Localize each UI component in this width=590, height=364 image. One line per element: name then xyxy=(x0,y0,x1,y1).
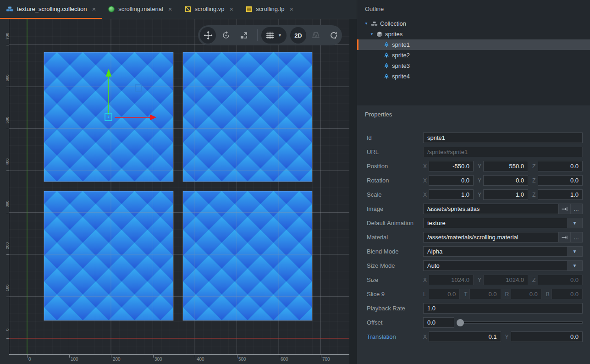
collection-file-icon xyxy=(6,6,14,13)
outline-item-sprite2[interactable]: sprite2 xyxy=(357,50,590,61)
outline-item-sprite1[interactable]: sprite1 xyxy=(357,39,590,50)
sprite4-render[interactable] xyxy=(183,191,312,320)
right-panel: Outline ▼ Collection ▼ xyxy=(357,0,590,364)
tab-label: scrolling.vp xyxy=(195,6,225,12)
ruler-label: 200 xyxy=(5,239,10,253)
scale-y-input[interactable] xyxy=(483,189,528,200)
dropdown-arrow-icon[interactable]: ▼ xyxy=(567,247,582,256)
outline-item-sprite3[interactable]: sprite3 xyxy=(357,61,590,71)
refresh-button[interactable] xyxy=(326,27,342,44)
default-animation-dropdown[interactable]: texture ▼ xyxy=(423,218,583,228)
dropdown-arrow-icon[interactable]: ▼ xyxy=(567,218,582,228)
property-row-offset: Offset xyxy=(357,315,590,330)
expand-arrow-icon[interactable]: ▼ xyxy=(369,32,374,36)
close-icon[interactable]: × xyxy=(92,6,96,12)
position-y-input[interactable] xyxy=(483,161,528,171)
viewport-toolbar: ▼ 2D xyxy=(198,25,342,45)
slider-handle[interactable] xyxy=(457,319,464,326)
ruler-label: 300 xyxy=(154,357,162,362)
property-row-id: Id xyxy=(357,131,590,145)
position-x-input[interactable] xyxy=(429,161,474,171)
rotation-z-input[interactable] xyxy=(538,175,583,186)
scene-viewport[interactable]: 700 600 500 400 300 200 100 0 0 100 200 … xyxy=(0,19,349,364)
size-mode-dropdown[interactable]: Auto ▼ xyxy=(423,260,583,271)
playback-rate-input[interactable] xyxy=(423,303,583,314)
outline-item-sprites[interactable]: ▼ sprites xyxy=(357,29,590,39)
property-row-size-mode: Size Mode Auto ▼ xyxy=(357,259,590,273)
material-resource-value[interactable]: /assets/materials/scrolling.material xyxy=(424,232,558,242)
slice9-l-input xyxy=(429,289,460,299)
open-resource-button[interactable] xyxy=(558,232,570,242)
outline-panel: Outline ▼ Collection ▼ xyxy=(357,0,590,105)
offset-input[interactable] xyxy=(423,317,454,328)
slice9-t-input xyxy=(469,289,501,299)
sprite3-render[interactable] xyxy=(44,191,173,320)
property-row-playback-rate: Playback Rate xyxy=(357,301,590,315)
tab-scrolling-fp[interactable]: scrolling.fp × xyxy=(239,0,299,19)
close-icon[interactable]: × xyxy=(230,6,234,12)
translation-y-input[interactable] xyxy=(511,331,583,342)
editor-left-column: texture_scrolling.collection × scrolling… xyxy=(0,0,357,364)
outline-item-label: sprites xyxy=(385,31,403,38)
image-resource-value[interactable]: /assets/sprites.atlas xyxy=(424,204,558,214)
dropdown-value: Auto xyxy=(424,261,567,270)
dropdown-arrow-icon[interactable]: ▼ xyxy=(567,261,582,270)
scale-z-input[interactable] xyxy=(538,189,583,200)
open-resource-button[interactable] xyxy=(558,204,570,214)
close-icon[interactable]: × xyxy=(289,6,293,12)
close-icon[interactable]: × xyxy=(168,6,172,12)
browse-resource-button[interactable]: … xyxy=(570,204,582,214)
id-input[interactable] xyxy=(423,132,583,143)
ruler-label: 600 xyxy=(281,357,288,362)
sprite-icon xyxy=(383,63,390,69)
game-object-cube-icon xyxy=(376,31,383,38)
view-mode-2d-button[interactable]: 2D xyxy=(290,27,306,44)
panel-splitter[interactable] xyxy=(349,19,357,364)
ellipsis-icon: … xyxy=(573,236,579,239)
slice9-b-input xyxy=(551,289,583,299)
frustum-culling-button[interactable] xyxy=(308,27,324,44)
axis-label: X xyxy=(423,163,427,170)
tab-scrolling-material[interactable]: scrolling.material × xyxy=(102,0,178,19)
property-label: Slice 9 xyxy=(367,291,423,298)
sprite2-render[interactable] xyxy=(183,52,312,182)
axis-label: X xyxy=(423,177,427,184)
translation-x-input[interactable] xyxy=(429,331,501,342)
property-label: Position xyxy=(367,163,423,170)
browse-resource-button[interactable]: … xyxy=(570,232,582,242)
tab-texture-scrolling-collection[interactable]: texture_scrolling.collection × xyxy=(0,0,102,19)
property-label: Scale xyxy=(367,191,423,198)
axis-label: Y xyxy=(478,177,481,184)
chevron-down-icon[interactable]: ▼ xyxy=(278,33,282,38)
outline-tree: ▼ Collection ▼ sprites xyxy=(357,18,590,82)
blend-mode-dropdown[interactable]: Alpha ▼ xyxy=(423,246,583,257)
offset-slider[interactable] xyxy=(457,319,583,326)
ruler-label: 400 xyxy=(197,357,204,362)
scale-x-input[interactable] xyxy=(429,189,474,200)
expand-arrow-icon[interactable]: ▼ xyxy=(364,22,369,26)
position-z-input[interactable] xyxy=(538,161,583,171)
tab-bar: texture_scrolling.collection × scrolling… xyxy=(0,0,357,19)
grid-toggle-button[interactable]: ▼ xyxy=(261,27,287,44)
slider-track[interactable] xyxy=(457,321,583,324)
ruler-label: 0 xyxy=(5,323,10,336)
property-row-translation: Translation X Y xyxy=(357,330,590,344)
property-label: Size xyxy=(367,276,423,283)
rotate-tool-button[interactable] xyxy=(218,27,234,44)
rotation-y-input[interactable] xyxy=(483,175,528,186)
property-row-image: Image /assets/sprites.atlas xyxy=(357,202,590,216)
rotation-x-input[interactable] xyxy=(429,175,474,186)
vertex-program-file-icon xyxy=(184,6,192,13)
outline-item-label: Collection xyxy=(380,20,406,27)
outline-item-collection[interactable]: ▼ Collection xyxy=(357,18,590,29)
axis-label: Y xyxy=(505,334,509,340)
tab-label: scrolling.fp xyxy=(256,6,284,12)
toolbar-divider xyxy=(257,29,258,41)
axis-label: Y xyxy=(478,192,481,198)
fragment-program-file-icon xyxy=(245,6,253,13)
scale-tool-button[interactable] xyxy=(236,27,252,44)
property-label: Blend Mode xyxy=(367,248,423,255)
tab-scrolling-vp[interactable]: scrolling.vp × xyxy=(178,0,240,19)
outline-item-sprite4[interactable]: sprite4 xyxy=(357,71,590,82)
move-tool-button[interactable] xyxy=(200,27,216,44)
